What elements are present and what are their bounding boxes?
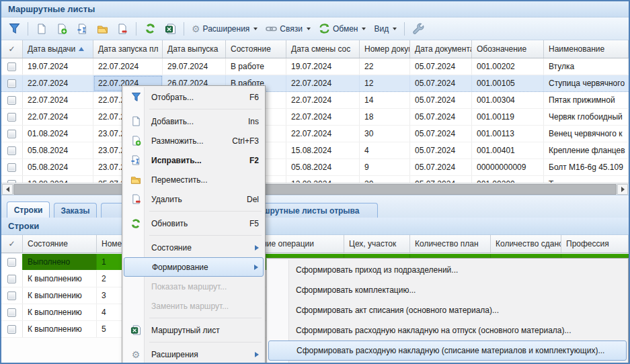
row-checkbox[interactable] bbox=[7, 275, 16, 283]
cell[interactable]: 22.07.2024 bbox=[286, 109, 360, 125]
cell[interactable]: Т bbox=[544, 176, 629, 183]
cell[interactable]: 29.07.2024 bbox=[163, 58, 226, 75]
row-checkbox[interactable] bbox=[7, 96, 16, 105]
cell[interactable]: 05.07.2024 bbox=[410, 142, 472, 158]
cell[interactable]: 05.07.2024 bbox=[410, 109, 472, 125]
cell[interactable]: К выполнению bbox=[23, 287, 97, 304]
cell[interactable]: 05.07.2024 bbox=[410, 92, 472, 108]
cell[interactable]: Выполнено bbox=[23, 254, 97, 270]
cell[interactable]: 05.07.2024 bbox=[410, 176, 472, 183]
header-cell[interactable]: Профессия bbox=[561, 235, 629, 253]
edit-button[interactable] bbox=[73, 20, 91, 38]
move-button[interactable] bbox=[93, 20, 111, 38]
cell[interactable]: 22.07.2024 bbox=[286, 75, 360, 91]
cell[interactable]: В работе bbox=[226, 58, 286, 75]
cell[interactable]: 19.07.2024 bbox=[23, 58, 93, 75]
cell[interactable]: 12 bbox=[360, 75, 410, 91]
cell[interactable]: 22.07.2024 bbox=[23, 75, 93, 91]
cell[interactable]: 19.07.2024 bbox=[286, 58, 360, 75]
cell[interactable]: 05.08.2024 bbox=[23, 159, 93, 175]
cell[interactable]: 05.08.2024 bbox=[286, 159, 360, 175]
table-row[interactable]: 01.08.202423.07.202422.07.20243005.07.20… bbox=[1, 126, 629, 142]
menu-item[interactable]: ОбновитьF5 bbox=[124, 214, 264, 233]
header-cell[interactable]: Обозначение bbox=[472, 40, 544, 58]
select-all-header[interactable]: ✓ bbox=[1, 235, 23, 253]
header-cell[interactable]: Номер докум bbox=[360, 40, 410, 58]
view-menu-button[interactable]: Вид bbox=[371, 20, 399, 38]
cell[interactable]: 18 bbox=[360, 109, 410, 125]
row-checkbox[interactable] bbox=[7, 146, 16, 155]
export-excel-button[interactable] bbox=[161, 20, 179, 38]
cell[interactable]: 001.00105 bbox=[472, 75, 544, 91]
header-cell[interactable]: Наименование bbox=[544, 40, 629, 58]
header-cell[interactable]: Количество сдано bbox=[491, 235, 561, 253]
menu-item[interactable]: ⚙Расширения bbox=[124, 345, 264, 364]
menu-item[interactable]: Сформировать акт списания (основного мат… bbox=[268, 300, 627, 320]
menu-item[interactable]: Размножить...Ctrl+F3 bbox=[124, 131, 264, 150]
horizontal-scrollbar[interactable] bbox=[1, 183, 629, 195]
header-cell[interactable]: Дата выдачи bbox=[23, 40, 93, 58]
cell[interactable]: Пятак прижимной bbox=[544, 92, 629, 108]
cell[interactable]: 001.00113 bbox=[472, 126, 544, 142]
cell[interactable]: 05.07.2024 bbox=[410, 159, 472, 175]
cell[interactable]: 05.07.2024 bbox=[410, 75, 472, 91]
cell[interactable]: Червяк глобоидный bbox=[544, 109, 629, 125]
cell[interactable]: 00000000009 bbox=[472, 159, 544, 175]
header-cell[interactable]: Цех, участок bbox=[344, 235, 410, 253]
cell[interactable]: 14 bbox=[360, 92, 410, 108]
cell[interactable]: К выполнению bbox=[23, 271, 97, 287]
settings-button[interactable] bbox=[409, 20, 427, 38]
delete-button[interactable] bbox=[114, 20, 131, 38]
row-checkbox[interactable] bbox=[7, 113, 16, 122]
cell[interactable]: 15.08.2024 bbox=[286, 142, 360, 158]
cell[interactable]: Болт М16-6g 45.109 bbox=[544, 159, 629, 175]
cell[interactable]: Ступица червячного bbox=[544, 75, 629, 91]
cell[interactable]: 22.07.2024 bbox=[93, 58, 163, 75]
row-checkbox[interactable] bbox=[7, 291, 16, 300]
header-cell[interactable]: Состояние bbox=[23, 235, 97, 253]
filter-button[interactable] bbox=[5, 20, 23, 38]
cell[interactable]: 22.07.2024 bbox=[23, 92, 93, 108]
cell[interactable]: 01.08.2024 bbox=[23, 126, 93, 142]
menu-item[interactable]: Состояние bbox=[124, 238, 264, 257]
table-row[interactable]: 05.08.202423.07.202415.08.2024405.07.202… bbox=[1, 142, 629, 159]
cell[interactable]: 05.07.2024 bbox=[410, 58, 472, 75]
refresh-button[interactable] bbox=[141, 20, 159, 38]
cell[interactable]: 12.08.2024 bbox=[23, 176, 93, 183]
cell[interactable]: 001.00200 bbox=[472, 176, 544, 183]
row-checkbox[interactable] bbox=[7, 62, 16, 71]
scroll-left-button[interactable] bbox=[2, 184, 13, 195]
exchange-menu-button[interactable]: Обмен bbox=[316, 20, 369, 38]
row-checkbox[interactable] bbox=[7, 258, 16, 267]
cell[interactable]: 001.00304 bbox=[472, 92, 544, 108]
cell[interactable]: 22 bbox=[360, 58, 410, 75]
select-all-header[interactable]: ✓ bbox=[1, 40, 23, 58]
cell[interactable]: 001.00202 bbox=[472, 58, 544, 75]
cell[interactable]: 22.07.2024 bbox=[286, 92, 360, 108]
scrollbar-thumb[interactable] bbox=[13, 184, 617, 195]
tab-rows[interactable]: Строки bbox=[7, 201, 50, 218]
menu-item[interactable]: УдалитьDel bbox=[124, 189, 264, 209]
cell[interactable]: К выполнению bbox=[23, 304, 97, 320]
cell[interactable]: 05.07.2024 bbox=[410, 126, 472, 142]
cell[interactable]: 22.07.2024 bbox=[286, 126, 360, 142]
cell[interactable]: 05.08.2024 bbox=[23, 142, 93, 158]
cell[interactable]: 001.00401 bbox=[472, 142, 544, 158]
table-row[interactable]: 05.08.202423.07.202405.08.2024905.07.202… bbox=[1, 159, 629, 176]
table-row[interactable]: 22.07.202422.07.202422.07.20241805.07.20… bbox=[1, 109, 629, 126]
cell[interactable]: Венец червячного к bbox=[544, 126, 629, 142]
table-row[interactable]: 19.07.202422.07.202429.07.2024В работе19… bbox=[1, 58, 629, 75]
links-menu-button[interactable]: Связи bbox=[263, 20, 313, 38]
extensions-menu-button[interactable]: ⚙ Расширения bbox=[189, 20, 260, 38]
cell[interactable]: 22.07.2024 bbox=[23, 109, 93, 125]
header-cell[interactable]: Дата смены сос bbox=[286, 40, 360, 58]
header-cell[interactable]: Дата запуска пл bbox=[93, 40, 163, 58]
table-row[interactable]: 22.07.202422.07.202422.07.20241405.07.20… bbox=[1, 92, 629, 109]
cell[interactable]: 30 bbox=[360, 126, 410, 142]
row-checkbox[interactable] bbox=[7, 79, 16, 88]
menu-item[interactable]: Добавить...Ins bbox=[124, 111, 264, 131]
menu-item[interactable]: Переместить... bbox=[124, 170, 264, 189]
row-checkbox[interactable] bbox=[7, 325, 16, 334]
cell[interactable]: 001.00119 bbox=[472, 109, 544, 125]
header-cell[interactable]: Количество план bbox=[410, 235, 491, 253]
